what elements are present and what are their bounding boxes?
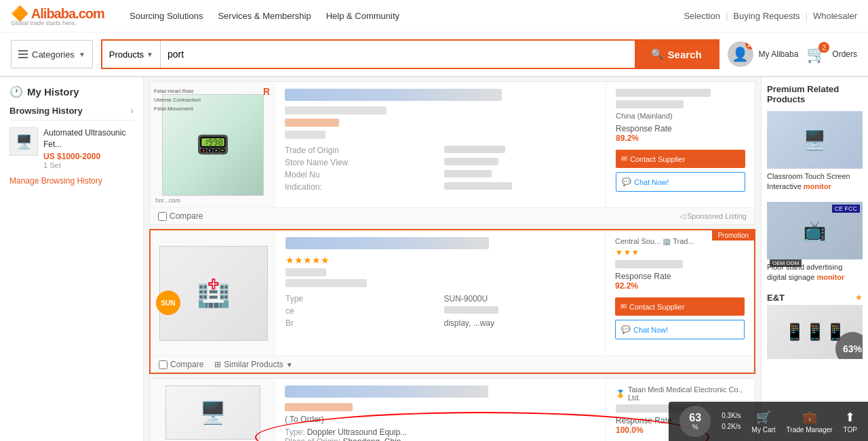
similar-label-2: Similar Products	[224, 360, 283, 369]
trade-manager-btn[interactable]: 💼 Trade Manager	[787, 410, 833, 434]
product-brand-r: R	[263, 86, 270, 97]
history-product-item: 🖥️ Automated Ultrasounic Fet... US $1000…	[9, 127, 134, 169]
header-top-bar: 🔶 Alibaba.com Global trade starts here. …	[0, 0, 868, 33]
browsing-history-row[interactable]: Browsing History ›	[9, 105, 134, 121]
response-rate-2: Response Rate 92.2%	[615, 272, 745, 291]
chat-label-2: Chat Now!	[633, 326, 668, 334]
et-brand-row: E&T ★	[767, 293, 863, 303]
product-card-1-inner: 📟 hnr...com Fetal Heart Rate Uterine Con…	[150, 82, 755, 207]
categories-arrow-icon: ▼	[79, 51, 85, 58]
search-input[interactable]	[161, 41, 635, 68]
product-name: Automated Ultrasounic Fet...	[43, 127, 134, 150]
search-icon: 🔍	[651, 48, 664, 60]
my-alibaba-btn[interactable]: 👤 18 My Alibaba	[728, 41, 799, 67]
chat-now-btn-1[interactable]: 💬 Chat Now!	[616, 172, 745, 192]
logo-sub: Global trade starts here.	[11, 20, 123, 26]
email-icon-1: ✉	[621, 154, 627, 163]
my-cart-btn[interactable]: 🛒 My Cart	[752, 410, 776, 434]
search-button[interactable]: 🔍 Search	[635, 41, 718, 68]
product-label-text-1: Fetal Heart Rate Uterine Contraction Fet…	[154, 87, 201, 113]
fixed-bottom-bar: 63 % 0.3K/s 0.2K/s 🛒 My Cart 💼 Trade Man…	[669, 402, 868, 441]
top-label: TOP	[844, 426, 857, 434]
product-price: US $1000-2000	[43, 152, 134, 161]
contact-supplier-btn-1[interactable]: ✉ Contact Supplier	[616, 150, 745, 168]
trade-icon-bottom: 💼	[802, 410, 817, 425]
premium-img-1: 🖥️	[767, 111, 863, 169]
selection-link[interactable]: Selection	[684, 11, 719, 21]
nav-services[interactable]: Services & Membership	[218, 11, 311, 21]
oem-badge: OEM ODM	[770, 259, 802, 267]
manage-browsing-link[interactable]: Manage Browsing History	[9, 176, 134, 186]
speed-unit: %	[692, 423, 698, 431]
buying-requests-link[interactable]: Buying Requests	[733, 11, 800, 21]
compare-checkbox-1[interactable]	[158, 212, 167, 221]
et-brand-label: E&T	[767, 293, 785, 303]
header: 🔶 Alibaba.com Global trade starts here. …	[0, 0, 868, 77]
categories-label: Categories	[32, 49, 75, 60]
nav-help[interactable]: Help & Community	[326, 11, 399, 21]
header-top-right: Selection | Buying Requests | Wholesaler	[684, 11, 857, 21]
search-category-selector[interactable]: Products ▼	[102, 41, 161, 68]
logo[interactable]: 🔶 Alibaba.com Global trade starts here.	[11, 5, 123, 26]
premium-title: Premium Related Products	[767, 84, 863, 104]
top-btn[interactable]: ⬆ TOP	[844, 410, 857, 434]
categories-button[interactable]: Categories ▼	[11, 40, 93, 68]
sun-badge: SUN	[156, 291, 180, 315]
speed-indicator: 63 %	[679, 406, 711, 437]
top-arrow-icon: ⬆	[845, 410, 855, 425]
compare-btn-2[interactable]: Compare	[159, 360, 203, 369]
speed-down: 0.2K/s	[722, 421, 741, 432]
type-3: Type: Doppler Ultrasound Equip...	[285, 427, 596, 437]
contact-label-2: Contact Supplier	[629, 303, 684, 311]
wholesaler-link[interactable]: Wholesaler	[813, 11, 857, 21]
compare-label-1: Compare	[170, 211, 203, 221]
chat-icon-1: 💬	[622, 177, 631, 186]
contact-label-1: Contact Supplier	[630, 155, 685, 163]
trade-manager-label: Trade Manager	[787, 426, 833, 434]
product-image-3: 🖥️	[150, 379, 275, 441]
product-meta-1: Trade of Origin Store Name View Model Nu…	[285, 146, 596, 192]
cart-icon-bottom: 🛒	[756, 410, 771, 425]
compare-label-2: Compare	[170, 360, 203, 369]
contact-supplier-btn-2[interactable]: ✉ Contact Supplier	[615, 297, 745, 316]
my-alibaba-label: My Alibaba	[759, 49, 799, 59]
response-rate-val-1: 89.2%	[616, 133, 639, 143]
compare-btn-1[interactable]: Compare	[158, 211, 203, 221]
compare-checkbox-2[interactable]	[159, 360, 167, 369]
alibaba-badge: 18	[745, 41, 753, 49]
speed-stats: 0.3K/s 0.2K/s	[722, 411, 741, 432]
premium-item-1[interactable]: 🖥️ Classroom Touch Screen Interactive mo…	[767, 111, 863, 192]
card-bottom-2: Compare ⊞ Similar Products ▼	[151, 356, 754, 373]
similar-btn-2[interactable]: ⊞ Similar Products ▼	[214, 360, 292, 369]
product-qty: 1 Set	[43, 161, 134, 169]
email-icon-2: ✉	[620, 302, 627, 311]
product-body-1: Trade of Origin Store Name View Model Nu…	[275, 82, 606, 207]
orders-btn[interactable]: 🛒 2 Orders	[806, 45, 857, 64]
premium-item-2[interactable]: CE FCC OEM ODM 📺 Floor stand advertising…	[767, 202, 863, 283]
premium-highlight-1: monitor	[804, 182, 831, 190]
orders-label: Orders	[832, 49, 857, 59]
product-body-3: ( To Order) Type: Doppler Ultrasound Equ…	[275, 379, 606, 441]
product-card-1: 📟 hnr...com Fetal Heart Rate Uterine Con…	[149, 81, 755, 225]
promotion-badge-2: Promotion	[712, 230, 754, 240]
my-history-title: 🕐 My History	[9, 85, 134, 98]
my-history-section: 🕐 My History Browsing History › 🖥️ Autom…	[9, 85, 134, 186]
response-rate-label-1: Response Rate	[616, 124, 672, 133]
product-card-2: Promotion cnsunbright.en.alibaba.com 🏥 S…	[149, 229, 755, 374]
sponsored-label-1: ◁ Sponsored Listing	[679, 212, 747, 221]
left-sidebar: 🕐 My History Browsing History › 🖥️ Autom…	[0, 77, 144, 441]
similar-arrow-2: ▼	[286, 361, 293, 369]
premium-item-3[interactable]: E&T ★ 📱📱📱 63%	[767, 293, 863, 359]
product-title-1	[285, 89, 502, 101]
search-label: Search	[668, 49, 702, 60]
nav-sourcing[interactable]: Sourcing Solutions	[130, 11, 203, 21]
product-right-1: China (Mainland) Response Rate 89.2% ✉ C…	[606, 82, 755, 207]
action-btns-2: ✉ Contact Supplier 💬 Chat Now!	[615, 297, 745, 339]
product-image-1: 📟 hnr...com Fetal Heart Rate Uterine Con…	[150, 82, 275, 207]
response-rate-1: Response Rate 89.2%	[616, 124, 745, 143]
stars-2: ★★★★★	[285, 255, 595, 266]
search-bar-row: Categories ▼ Products ▼ 🔍 Search 👤 18 My…	[0, 33, 868, 76]
chat-now-btn-2[interactable]: 💬 Chat Now!	[615, 320, 745, 339]
premium-desc-1: Classroom Touch Screen Interactive monit…	[767, 171, 863, 192]
main-layout: 🕐 My History Browsing History › 🖥️ Autom…	[0, 77, 868, 441]
